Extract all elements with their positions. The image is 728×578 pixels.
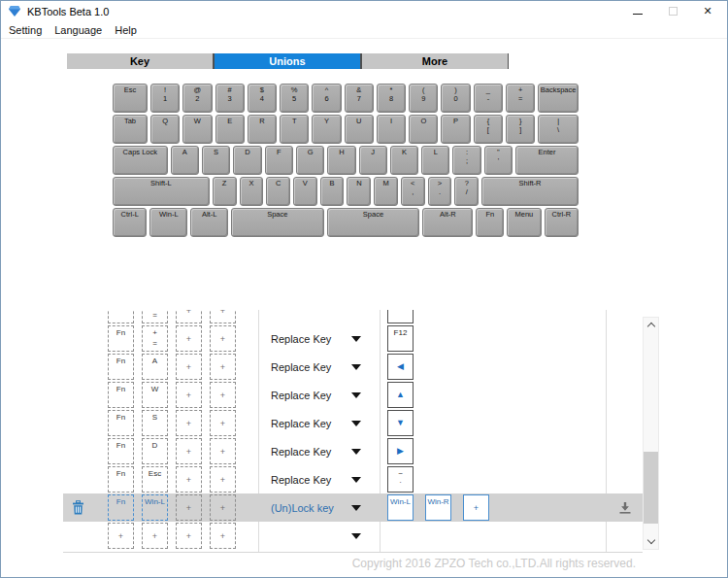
keyboard-key-k[interactable]: K (390, 146, 418, 175)
binding-row[interactable]: ++++ (63, 522, 643, 550)
caret-down-icon[interactable] (351, 336, 361, 342)
keyboard-key-r0k12[interactable]: += (506, 84, 535, 113)
keyboard-key-b[interactable]: B (320, 177, 345, 206)
keyboard-key-shiftl[interactable]: Shift-L (113, 177, 210, 206)
caret-down-icon[interactable] (351, 392, 361, 398)
combo-key-fn[interactable]: Fn (108, 354, 134, 380)
combo-key-fn[interactable]: Fn (108, 325, 134, 352)
keyboard-key-space[interactable]: Space (327, 208, 420, 237)
keyboard-key-f[interactable]: F (265, 146, 293, 175)
keyboard-key-5[interactable]: %5 (280, 84, 309, 113)
combo-key-fn[interactable]: Fn (108, 438, 134, 464)
keyboard-key-0[interactable]: )0 (441, 84, 470, 113)
result-key[interactable] (387, 310, 414, 323)
combo-key-fn[interactable]: Fn (108, 494, 134, 521)
vertical-scrollbar[interactable] (643, 317, 659, 550)
combo-slot-add[interactable]: + (210, 466, 236, 493)
caret-down-icon[interactable] (351, 505, 361, 511)
keyboard-key-r[interactable]: R (248, 115, 277, 144)
combo-key-fn[interactable]: Fn (108, 310, 134, 323)
keyboard-key-space[interactable]: Space (231, 208, 324, 237)
minimize-button[interactable] (620, 1, 655, 21)
keyboard-key-l[interactable]: L (421, 146, 449, 175)
result-key-left-arrow[interactable]: ◀ (387, 354, 414, 380)
combo-slot-add[interactable]: + (108, 523, 134, 549)
keyboard-key-i[interactable]: I (377, 115, 406, 144)
caret-down-icon[interactable] (351, 449, 361, 455)
keyboard-key-a[interactable]: A (171, 146, 199, 175)
binding-row[interactable]: FnW++Replace Key▲ (63, 381, 643, 409)
keyboard-key-q[interactable]: Q (150, 115, 180, 144)
result-key[interactable]: F12 (387, 325, 414, 352)
keyboard-key-6[interactable]: ^6 (312, 84, 341, 113)
keyboard-key-capslock[interactable]: Caps Lock (113, 146, 168, 175)
scroll-up-button[interactable] (644, 318, 658, 333)
result-key-right-arrow[interactable]: ▶ (387, 438, 414, 464)
keyboard-key-r2k10[interactable]: :; (452, 146, 480, 175)
scrollbar-thumb[interactable] (644, 452, 658, 524)
keyboard-key-r3k9[interactable]: >. (428, 177, 452, 206)
keyboard-key-x[interactable]: X (240, 177, 264, 206)
keyboard-key-4[interactable]: $4 (248, 84, 277, 113)
keyboard-key-w[interactable]: W (182, 115, 212, 144)
combo-slot-add[interactable]: + (210, 310, 236, 323)
keyboard-key-fn[interactable]: Fn (476, 208, 504, 237)
keyboard-key-r0k11[interactable]: _- (474, 84, 503, 113)
caret-down-icon[interactable] (351, 533, 361, 539)
keyboard-key-y[interactable]: Y (312, 115, 341, 144)
keyboard-key-v[interactable]: V (293, 177, 317, 206)
keyboard-key-2[interactable]: @2 (182, 84, 212, 113)
result-slot-add[interactable]: + (463, 494, 489, 521)
caret-down-icon[interactable] (351, 477, 361, 483)
combo-slot-add[interactable]: + (210, 438, 236, 464)
combo-slot-add[interactable]: + (176, 410, 202, 436)
combo-key-winl[interactable]: Win-L (142, 494, 168, 521)
keyboard-key-8[interactable]: *8 (377, 84, 406, 113)
combo-slot-add[interactable]: + (176, 325, 202, 352)
download-binding-button[interactable] (618, 501, 632, 515)
combo-slot-add[interactable]: + (176, 310, 202, 323)
keyboard-key-enter[interactable]: Enter (515, 146, 579, 175)
result-key-down-arrow[interactable]: ▼ (387, 410, 414, 436)
keyboard-key-menu[interactable]: Menu (507, 208, 541, 237)
combo-slot-add[interactable]: + (210, 325, 236, 352)
keyboard-key-altr[interactable]: Alt-R (422, 208, 473, 237)
keyboard-key-9[interactable]: (9 (409, 84, 438, 113)
combo-key-d[interactable]: D (142, 438, 168, 464)
binding-row[interactable]: FnD++Replace Key▶ (63, 437, 643, 465)
combo-key-esc[interactable]: Esc (142, 466, 168, 493)
keyboard-key-altl[interactable]: Alt-L (190, 208, 228, 237)
keyboard-key-d[interactable]: D (233, 146, 261, 175)
keyboard-key-j[interactable]: J (359, 146, 387, 175)
combo-key-fn[interactable]: Fn (108, 410, 134, 436)
keyboard-key-r1k11[interactable]: {[ (474, 115, 503, 144)
combo-key-key[interactable]: += (142, 325, 168, 352)
keyboard-key-p[interactable]: P (441, 115, 470, 144)
combo-slot-add[interactable]: + (176, 466, 202, 493)
keyboard-key-r1k13[interactable]: |\ (538, 115, 579, 144)
result-key[interactable]: Win-R (425, 494, 451, 521)
caret-down-icon[interactable] (351, 364, 361, 370)
keyboard-key-ctrlr[interactable]: Ctrl-R (545, 208, 579, 237)
keyboard-key-r2k11[interactable]: "' (484, 146, 513, 175)
caret-down-icon[interactable] (351, 421, 361, 426)
keyboard-key-m[interactable]: M (374, 177, 398, 206)
menu-setting[interactable]: Setting (9, 24, 42, 36)
result-key[interactable]: ~` (387, 466, 414, 493)
keyboard-key-3[interactable]: #3 (215, 84, 245, 113)
keyboard-key-ctrll[interactable]: Ctrl-L (113, 208, 147, 237)
combo-slot-add[interactable]: + (210, 354, 236, 380)
keyboard-key-r1k12[interactable]: }] (506, 115, 535, 144)
binding-row-selected[interactable]: FnWin-L++(Un)Lock keyWin-LWin-R+ (63, 493, 643, 522)
combo-slot-add[interactable]: + (210, 382, 236, 408)
combo-key-key[interactable]: += (142, 310, 168, 323)
combo-slot-add[interactable]: + (176, 354, 202, 380)
keyboard-key-g[interactable]: G (296, 146, 324, 175)
keyboard-key-esc[interactable]: Esc (113, 84, 148, 113)
keyboard-key-c[interactable]: C (266, 177, 290, 206)
delete-binding-button[interactable] (72, 500, 84, 515)
keyboard-key-r3k10[interactable]: ?/ (454, 177, 479, 206)
scroll-down-button[interactable] (644, 533, 658, 549)
menu-help[interactable]: Help (115, 24, 137, 36)
binding-row[interactable]: FnEsc++Replace Key~` (63, 465, 643, 493)
